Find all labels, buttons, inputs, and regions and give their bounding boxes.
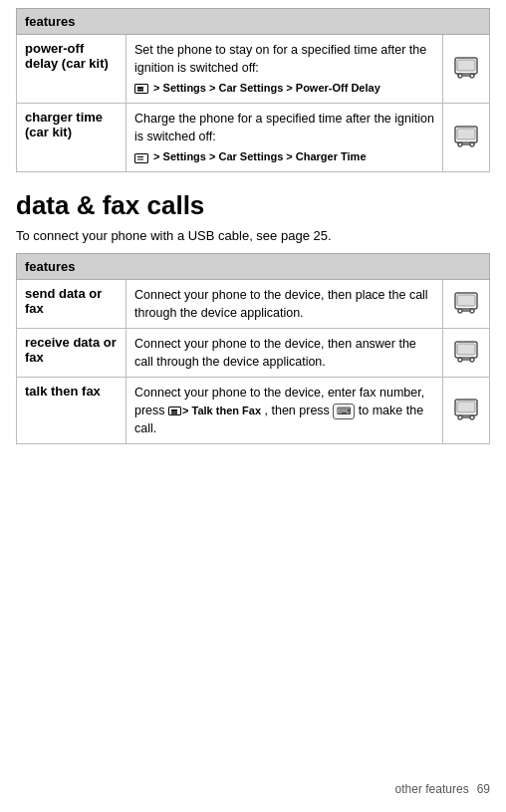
car-kit-icon <box>451 122 481 151</box>
svg-point-22 <box>470 358 474 362</box>
feature-description: Charge the phone for a specified time af… <box>126 104 443 172</box>
svg-point-26 <box>458 415 462 419</box>
svg-point-27 <box>470 415 474 419</box>
data-fax-features-table: features send data or fax Connect your p… <box>16 253 490 445</box>
feature-name: charger time (car kit) <box>17 104 126 172</box>
feature-icon-cell <box>443 35 490 104</box>
page-wrapper: features power-off delay (car kit) Set t… <box>0 0 506 478</box>
menu-icon <box>134 84 148 94</box>
menu-icon <box>168 406 181 415</box>
feature-icon-cell <box>443 328 490 377</box>
phone-device-icon <box>451 395 481 424</box>
svg-rect-8 <box>457 129 475 139</box>
feature-description: Connect your phone to the device, enter … <box>126 378 443 444</box>
table-row: talk then fax Connect your phone to the … <box>17 378 490 444</box>
svg-rect-15 <box>457 295 475 306</box>
menu-path: > Settings > Car Settings > Power-Off De… <box>134 81 434 97</box>
section-description: To connect your phone with a USB cable, … <box>16 228 490 243</box>
feature-icon-cell <box>443 378 490 444</box>
car-kit-icon <box>451 53 481 83</box>
table-row: power-off delay (car kit) Set the phone … <box>17 35 490 104</box>
menu-path: > Settings > Car Settings > Charger Time <box>134 149 434 165</box>
feature-name: power-off delay (car kit) <box>17 35 126 104</box>
data-fax-header: features <box>17 253 490 279</box>
feature-description: Connect your phone to the device, then a… <box>126 328 443 377</box>
footer-label: other features <box>395 782 469 796</box>
svg-rect-1 <box>457 60 475 71</box>
svg-point-17 <box>470 309 474 313</box>
menu-path-inline: > Talk then Fax <box>168 404 264 417</box>
svg-point-16 <box>458 309 462 313</box>
svg-point-21 <box>458 358 462 362</box>
menu-icon <box>134 153 148 163</box>
table-row: receive data or fax Connect your phone t… <box>17 328 490 377</box>
call-button-icon: ⌨ <box>333 404 355 419</box>
table-row: send data or fax Connect your phone to t… <box>17 279 490 328</box>
page-footer: other features 69 <box>0 782 506 796</box>
section-title: data & fax calls <box>16 190 490 221</box>
phone-device-icon <box>451 288 481 318</box>
feature-name: talk then fax <box>17 378 126 444</box>
car-features-header: features <box>17 9 490 35</box>
svg-rect-25 <box>457 402 475 412</box>
phone-device-icon <box>451 337 481 367</box>
feature-description: Connect your phone to the device, then p… <box>126 279 443 328</box>
feature-icon-cell <box>443 104 490 172</box>
feature-description: Set the phone to stay on for a specified… <box>126 35 443 104</box>
table-row: charger time (car kit) Charge the phone … <box>17 104 490 172</box>
feature-name: send data or fax <box>17 279 126 328</box>
feature-icon-cell <box>443 279 490 328</box>
footer-content: other features 69 <box>16 782 490 796</box>
svg-rect-20 <box>457 344 475 355</box>
page-number: 69 <box>477 782 490 796</box>
car-features-table: features power-off delay (car kit) Set t… <box>16 8 490 172</box>
feature-name: receive data or fax <box>17 328 126 377</box>
